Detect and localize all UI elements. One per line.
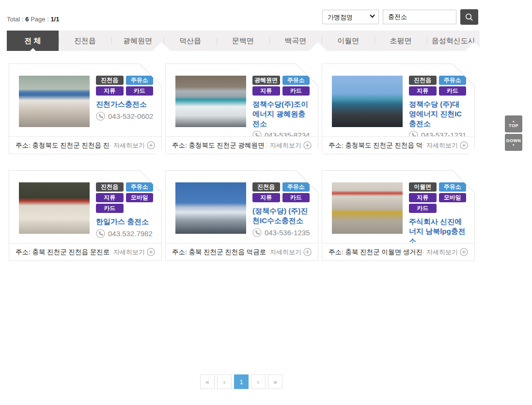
phone-number: 043-536-1235 xyxy=(265,228,310,237)
detail-link[interactable]: 자세히보기 xyxy=(426,248,468,257)
card-info: 진천읍주유소지류모바일카드 한일가스 충전소 043.532.7982 xyxy=(96,182,154,238)
detail-label: 자세히보기 xyxy=(426,141,458,150)
search-category-select[interactable]: 가맹점명 xyxy=(322,10,379,24)
badge-진천읍: 진천읍 xyxy=(409,76,437,85)
card-body: 진천읍주유소지류카드 진천가스충전소 043-532-0602 xyxy=(9,64,161,136)
phone-row: 043-536-1235 xyxy=(252,228,310,237)
search-category-wrap: 가맹점명 xyxy=(322,10,379,24)
detail-link[interactable]: 자세히보기 xyxy=(270,248,312,257)
store-photo xyxy=(332,182,403,234)
phone-number: 043.532.7982 xyxy=(108,229,153,238)
badge-모바일: 모바일 xyxy=(439,193,467,202)
badge-list: 광혜원면주유소지류카드 xyxy=(252,76,310,96)
badge-모바일: 모바일 xyxy=(126,193,154,202)
store-name-link[interactable]: 주식회사 신진에너지 남북lpg충전소 xyxy=(409,217,467,245)
store-card: 진천읍주유소지류카드 (정책수당) (주)진천IC수소충전소 043-536-1… xyxy=(165,170,318,261)
store-name-link[interactable]: (정책수당) (주)진천IC수소충전소 xyxy=(252,206,310,226)
card-info: 진천읍주유소지류카드 (정책수당) (주)진천IC수소충전소 043-536-1… xyxy=(252,182,310,238)
phone-icon xyxy=(96,229,105,238)
detail-link[interactable]: 자세히보기 xyxy=(426,141,468,150)
store-photo xyxy=(19,76,90,127)
badge-list: 진천읍주유소지류카드 xyxy=(96,76,154,96)
card-body: 진천읍주유소지류카드 (정책수당) (주)진천IC수소충전소 043-536-1… xyxy=(166,171,318,243)
detail-label: 자세히보기 xyxy=(426,248,458,257)
tab-백곡면[interactable]: 백곡면 xyxy=(269,31,322,51)
tab-진천읍[interactable]: 진천읍 xyxy=(59,31,111,51)
total-value: 6 xyxy=(25,16,29,23)
badge-이월면: 이월면 xyxy=(409,182,437,192)
tab-음성혁신도시[interactable]: 음성혁신도시 xyxy=(427,31,480,51)
page-label: Page : xyxy=(31,16,49,23)
card-body: 진천읍주유소지류모바일카드 한일가스 충전소 043.532.7982 xyxy=(9,171,161,243)
page-1-button[interactable]: 1 xyxy=(234,374,249,389)
store-name-link[interactable]: 한일가스 충전소 xyxy=(96,217,154,227)
badge-list: 진천읍주유소지류카드 xyxy=(409,76,467,96)
store-card: 광혜원면주유소지류카드 정책수당(주)조이에너지 광혜원충전소 043-535-… xyxy=(165,64,318,154)
tab-이월면[interactable]: 이월면 xyxy=(322,31,375,51)
badge-주유소: 주유소 xyxy=(282,182,310,192)
store-card: 진천읍주유소지류카드 정책수당 (주)대영에너지 진천IC 충전소 043-53… xyxy=(322,64,475,154)
store-list-page: Total : 6 Page : 1/1 가맹점명 xyxy=(0,0,532,405)
plus-icon xyxy=(303,141,312,149)
tab-광혜원면[interactable]: 광혜원면 xyxy=(111,31,164,51)
store-photo xyxy=(19,182,90,234)
card-footer: 주소: 충북 진천군 진천읍 덕금로 106-30 자세히보기 xyxy=(166,243,318,260)
prev-page-button[interactable]: ‹ xyxy=(217,374,232,389)
detail-link[interactable]: 자세히보기 xyxy=(270,141,312,150)
phone-row: 043.532.7982 xyxy=(96,229,154,238)
tab-전체[interactable]: 전 체 xyxy=(7,31,59,51)
store-name-link[interactable]: 진천가스충전소 xyxy=(96,99,154,109)
detail-label: 자세히보기 xyxy=(270,248,301,257)
badge-카드: 카드 xyxy=(96,204,124,213)
card-footer: 주소: 충청북도 진천군 광혜원면 진광로 14… 자세히보기 xyxy=(166,136,318,154)
detail-link[interactable]: 자세히보기 xyxy=(113,141,155,150)
plus-icon xyxy=(303,248,312,256)
up-triangle-icon: ▲ xyxy=(512,120,515,123)
tab-문백면[interactable]: 문백면 xyxy=(217,31,269,51)
card-body: 광혜원면주유소지류카드 정책수당(주)조이에너지 광혜원충전소 043-535-… xyxy=(166,64,318,136)
badge-list: 진천읍주유소지류모바일카드 xyxy=(96,182,154,213)
scroll-top-button[interactable]: ▲ TOP xyxy=(505,115,522,132)
detail-link[interactable]: 자세히보기 xyxy=(113,248,155,257)
next-page-button[interactable]: › xyxy=(251,374,266,389)
plus-icon xyxy=(147,248,155,256)
card-footer: 주소: 충북 진천군 이월면 생거진천로 200… 자세히보기 xyxy=(322,243,474,260)
tab-초평면[interactable]: 초평면 xyxy=(375,31,427,51)
badge-지류: 지류 xyxy=(409,193,437,202)
badge-지류: 지류 xyxy=(252,86,280,96)
scroll-top-label: TOP xyxy=(509,123,518,128)
result-count: Total : 6 Page : 1/1 xyxy=(7,12,59,23)
first-page-button[interactable]: « xyxy=(200,374,215,389)
badge-카드: 카드 xyxy=(282,193,310,202)
search-button[interactable] xyxy=(460,9,478,25)
store-address: 주소: 충청북도 진천군 진천읍 덕금로 106… xyxy=(329,141,423,150)
badge-카드: 카드 xyxy=(126,86,154,96)
last-page-button[interactable]: » xyxy=(268,374,282,389)
badge-지류: 지류 xyxy=(252,193,280,202)
store-card: 이월면주유소지류모바일카드 주식회사 신진에너지 남북lpg충전소 043-53… xyxy=(322,170,475,261)
card-info: 광혜원면주유소지류카드 정책수당(주)조이에너지 광혜원충전소 043-535-… xyxy=(252,76,310,131)
down-triangle-icon: ▼ xyxy=(512,144,515,146)
detail-label: 자세히보기 xyxy=(113,141,145,150)
store-address: 주소: 충북 진천군 진천읍 문진로 1094-6 xyxy=(16,248,110,257)
card-footer: 주소: 충청북도 진천군 진천읍 덕금로 106… 자세히보기 xyxy=(322,136,474,154)
phone-icon xyxy=(252,228,262,237)
card-info: 진천읍주유소지류카드 진천가스충전소 043-532-0602 xyxy=(96,76,154,131)
card-footer: 주소: 충북 진천군 진천읍 문진로 1094-6 자세히보기 xyxy=(9,243,161,260)
region-tab-bar: 전 체진천읍광혜원면덕산읍문백면백곡면이월면초평면음성혁신도시 xyxy=(7,31,480,51)
store-name-link[interactable]: 정책수당 (주)대영에너지 진천IC 충전소 xyxy=(409,99,467,128)
floating-nav: ▲ TOP DOWN ▼ xyxy=(505,115,522,151)
search-input[interactable] xyxy=(383,10,456,24)
scroll-down-button[interactable]: DOWN ▼ xyxy=(505,134,522,151)
scroll-down-label: DOWN xyxy=(506,138,521,143)
badge-진천읍: 진천읍 xyxy=(252,182,280,192)
store-name-link[interactable]: 정책수당(주)조이에너지 광혜원충전소 xyxy=(252,99,310,128)
tab-덕산읍[interactable]: 덕산읍 xyxy=(164,31,217,51)
card-info: 진천읍주유소지류카드 정책수당 (주)대영에너지 진천IC 충전소 043-53… xyxy=(409,76,467,131)
store-photo xyxy=(175,76,246,127)
badge-지류: 지류 xyxy=(96,86,124,96)
phone-number: 043-532-0602 xyxy=(108,112,153,120)
badge-카드: 카드 xyxy=(439,86,467,96)
badge-광혜원면: 광혜원면 xyxy=(252,76,280,85)
phone-icon xyxy=(96,112,105,121)
